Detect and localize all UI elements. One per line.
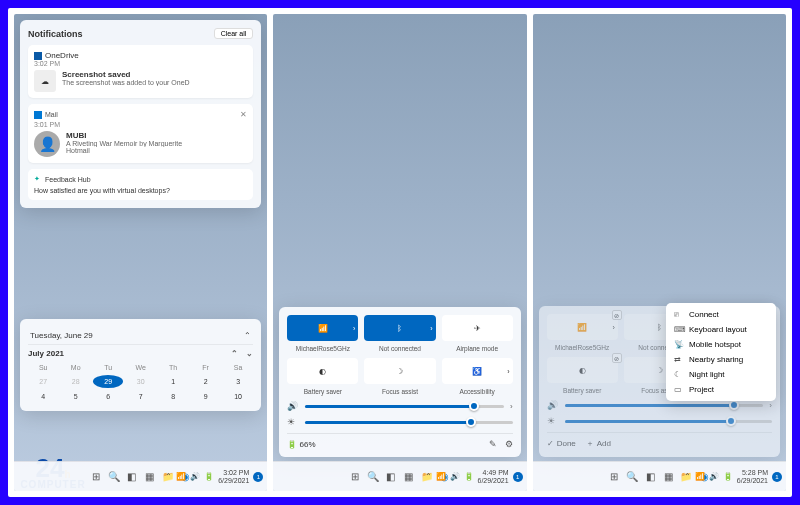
wifi-tray-icon[interactable]: 📶 xyxy=(695,472,705,481)
close-icon[interactable]: ✕ xyxy=(240,110,247,119)
menu-label: Connect xyxy=(689,310,719,319)
feedback-card[interactable]: ✦Feedback Hub How satisfied are you with… xyxy=(28,169,253,200)
battery-tray-icon[interactable]: 🔋 xyxy=(723,472,733,481)
notification-subtitle: A Riveting War Memoir by Marguerite xyxy=(66,140,182,147)
search-icon[interactable]: 🔍 xyxy=(108,471,120,483)
chevron-right-icon[interactable]: › xyxy=(353,325,355,332)
qs-tile-battery-saver[interactable]: ◐ xyxy=(287,358,358,384)
search-icon[interactable]: 🔍 xyxy=(626,471,638,483)
calendar-day[interactable]: 7 xyxy=(125,390,155,403)
battery-tray-icon[interactable]: 🔋 xyxy=(464,472,474,481)
qs-tile-battery-saver[interactable]: ◐ ⊘ xyxy=(547,357,618,383)
battery-saver-icon: ◐ xyxy=(579,366,586,375)
start-icon[interactable]: ⊞ xyxy=(90,471,102,483)
tray-chevron-icon[interactable]: ⌃ xyxy=(425,472,432,481)
notification-badge[interactable]: 1 xyxy=(772,472,782,482)
unpin-icon[interactable]: ⊘ xyxy=(612,353,622,363)
notification-card[interactable]: OneDrive 3:02 PM ☁ Screenshot saved The … xyxy=(28,45,253,98)
calendar-day[interactable]: 30 xyxy=(125,375,155,388)
volume-tray-icon[interactable]: 🔊 xyxy=(190,472,200,481)
chevron-right-icon[interactable]: › xyxy=(769,401,772,410)
prev-month-icon[interactable]: ⌃ xyxy=(231,349,238,358)
start-icon[interactable]: ⊞ xyxy=(608,471,620,483)
calendar-day[interactable]: 27 xyxy=(28,375,58,388)
menu-item-keyboard-layout[interactable]: ⌨Keyboard layout xyxy=(670,322,772,337)
calendar-day[interactable]: 8 xyxy=(158,390,188,403)
chevron-right-icon[interactable]: › xyxy=(510,402,513,411)
taskview-icon[interactable]: ◧ xyxy=(385,471,397,483)
onedrive-icon xyxy=(34,52,42,60)
widgets-icon[interactable]: ▦ xyxy=(403,471,415,483)
battery-tray-icon[interactable]: 🔋 xyxy=(204,472,214,481)
volume-slider[interactable] xyxy=(565,404,764,407)
start-icon[interactable]: ⊞ xyxy=(349,471,361,483)
calendar-day[interactable]: 1 xyxy=(158,375,188,388)
calendar-dow: Mo xyxy=(60,362,90,373)
qs-tile-focus[interactable]: ☽ xyxy=(364,358,435,384)
brightness-icon: ☀ xyxy=(287,417,299,427)
calendar-day[interactable]: 2 xyxy=(190,375,220,388)
taskbar: ⊞ 🔍 ◧ ▦ 📁 ◉ ⌃ 📶 🔊 🔋 5:28 PM6/29/2021 1 xyxy=(533,461,786,491)
taskbar: ⊞ 🔍 ◧ ▦ 📁 ◉ ⌃ 📶 🔊 🔋 4:49 PM6/29/2021 1 xyxy=(273,461,526,491)
menu-item-nearby-sharing[interactable]: ⇄Nearby sharing xyxy=(670,352,772,367)
calendar-day[interactable]: 4 xyxy=(28,390,58,403)
app-name: Feedback Hub xyxy=(45,176,91,183)
calendar-day[interactable]: 3 xyxy=(223,375,253,388)
clock[interactable]: 5:28 PM6/29/2021 xyxy=(737,469,768,484)
brightness-slider[interactable] xyxy=(565,420,772,423)
tray-chevron-icon[interactable]: ⌃ xyxy=(684,472,691,481)
menu-item-project[interactable]: ▭Project xyxy=(670,382,772,397)
notification-subtitle: The screenshot was added to your OneD xyxy=(62,79,190,86)
chevron-right-icon[interactable]: › xyxy=(430,325,432,332)
notification-card[interactable]: Mail ✕ 3:01 PM 👤 MUBI A Riveting War Mem… xyxy=(28,104,253,163)
calendar-day[interactable]: 6 xyxy=(93,390,123,403)
tray-chevron-icon[interactable]: ⌃ xyxy=(165,472,172,481)
volume-tray-icon[interactable]: 🔊 xyxy=(709,472,719,481)
qs-tile-wifi[interactable]: 📶 › xyxy=(287,315,358,341)
chevron-right-icon[interactable]: › xyxy=(507,368,509,375)
volume-icon: 🔊 xyxy=(287,401,299,411)
battery-status[interactable]: 🔋 66% xyxy=(287,440,315,449)
add-button[interactable]: ＋Add xyxy=(586,438,611,449)
calendar-day[interactable]: 29 xyxy=(93,375,123,388)
qs-tile-wifi[interactable]: 📶 › ⊘ xyxy=(547,314,618,340)
widgets-icon[interactable]: ▦ xyxy=(144,471,156,483)
today-label: Tuesday, June 29 xyxy=(30,331,93,340)
unpin-icon[interactable]: ⊘ xyxy=(612,310,622,320)
notification-badge[interactable]: 1 xyxy=(253,472,263,482)
qs-tile-airplane[interactable]: ✈ xyxy=(442,315,513,341)
qs-tile-accessibility[interactable]: ♿ › xyxy=(442,358,513,384)
brightness-slider[interactable] xyxy=(305,421,512,424)
volume-tray-icon[interactable]: 🔊 xyxy=(450,472,460,481)
chevron-right-icon[interactable]: › xyxy=(612,324,614,331)
next-month-icon[interactable]: ⌄ xyxy=(246,349,253,358)
menu-item-connect[interactable]: ⎚Connect xyxy=(670,307,772,322)
taskview-icon[interactable]: ◧ xyxy=(126,471,138,483)
calendar-day[interactable]: 28 xyxy=(60,375,90,388)
calendar-day[interactable]: 10 xyxy=(223,390,253,403)
volume-slider[interactable] xyxy=(305,405,504,408)
taskview-icon[interactable]: ◧ xyxy=(644,471,656,483)
edit-icon[interactable]: ✎ xyxy=(489,439,497,449)
wifi-tray-icon[interactable]: 📶 xyxy=(176,472,186,481)
search-icon[interactable]: 🔍 xyxy=(367,471,379,483)
collapse-icon[interactable]: ⌃ xyxy=(244,331,251,340)
menu-item-mobile-hotspot[interactable]: 📡Mobile hotspot xyxy=(670,337,772,352)
calendar-day[interactable]: 5 xyxy=(60,390,90,403)
mail-icon xyxy=(34,111,42,119)
settings-icon[interactable]: ⚙ xyxy=(505,439,513,449)
clock[interactable]: 3:02 PM6/29/2021 xyxy=(218,469,249,484)
focus-icon: ☽ xyxy=(396,367,403,376)
widgets-icon[interactable]: ▦ xyxy=(662,471,674,483)
done-button[interactable]: ✓Done xyxy=(547,438,576,449)
month-label: July 2021 xyxy=(28,349,64,358)
menu-item-night-light[interactable]: ☾Night light xyxy=(670,367,772,382)
clear-all-button[interactable]: Clear all xyxy=(214,28,254,39)
qs-tile-label: Focus assist xyxy=(364,388,435,395)
bluetooth-icon: ᛒ xyxy=(657,323,662,332)
notification-badge[interactable]: 1 xyxy=(513,472,523,482)
calendar-day[interactable]: 9 xyxy=(190,390,220,403)
clock[interactable]: 4:49 PM6/29/2021 xyxy=(478,469,509,484)
wifi-tray-icon[interactable]: 📶 xyxy=(436,472,446,481)
qs-tile-bluetooth[interactable]: ᛒ › xyxy=(364,315,435,341)
